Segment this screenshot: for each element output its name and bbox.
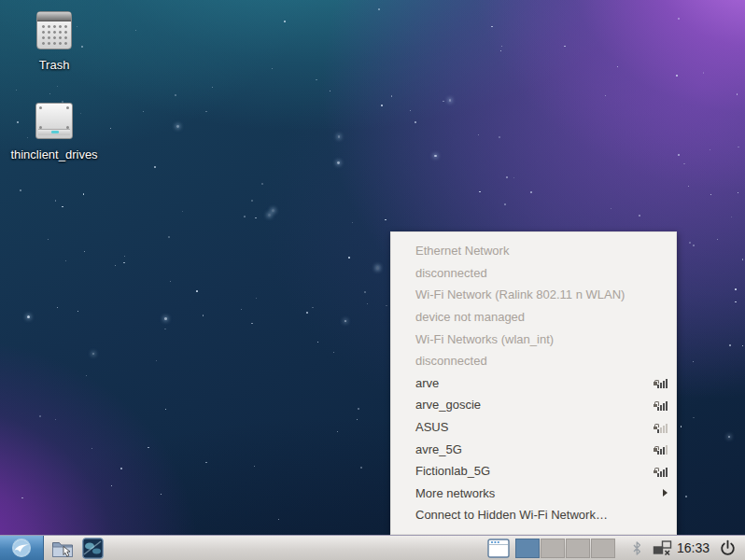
wifi-signal-icon	[654, 443, 668, 455]
desktop-icon-glyph	[82, 538, 104, 559]
file-manager-launcher[interactable]	[51, 538, 74, 559]
workspace-pager	[515, 539, 616, 558]
taskbar-clock[interactable]: 16:33	[677, 536, 710, 560]
wifi-network-item-arve[interactable]: arve	[391, 372, 676, 395]
network-status-item-5: disconnected	[391, 350, 676, 372]
network-status-item-0: Ethernet Network	[391, 240, 676, 262]
wifi-network-item-avre_5G[interactable]: avre_5G	[391, 438, 676, 460]
trash-icon	[36, 11, 72, 49]
menu-item-connect-hidden-network[interactable]: Connect to Hidden Wi-Fi Network…	[391, 504, 676, 526]
workspace-cell-1[interactable]	[515, 539, 540, 558]
taskbar-window-button[interactable]	[485, 538, 511, 559]
wifi-ssid-label: arve	[415, 376, 439, 390]
start-menu-button[interactable]	[0, 536, 44, 560]
taskbar: 16:33	[0, 535, 745, 560]
drive-icon	[35, 103, 73, 139]
wifi-network-list: arvearve_goscieASUSavre_5GFictionlab_5G	[391, 372, 676, 483]
workspace-cell-3[interactable]	[566, 539, 590, 558]
network-status-item-4: Wi-Fi Networks (wlan_int)	[391, 328, 676, 350]
menu-item-more-networks[interactable]: More networks	[391, 483, 676, 505]
thinclient-drives-label: thinclient_drives	[6, 147, 103, 162]
wifi-signal-icon	[654, 422, 668, 433]
submenu-arrow-icon	[663, 489, 668, 497]
folder-icon	[51, 539, 74, 558]
wifi-ssid-label: avre_5G	[415, 442, 462, 456]
desktop-launcher[interactable]	[81, 538, 104, 559]
power-button[interactable]	[719, 539, 737, 557]
bluetooth-icon[interactable]	[631, 540, 642, 556]
connect-hidden-label: Connect to Hidden Wi-Fi Network…	[415, 508, 608, 522]
network-menu: Ethernet NetworkdisconnectedWi-Fi Networ…	[390, 231, 677, 535]
network-status-item-2: Wi-Fi Network (Ralink 802.11 n WLAN)	[391, 284, 676, 306]
wifi-ssid-label: Fictionlab_5G	[415, 464, 490, 478]
workspace-cell-4[interactable]	[591, 539, 615, 558]
network-offline-icon[interactable]	[653, 540, 673, 556]
desktop-icon-trash[interactable]: Trash	[6, 11, 103, 73]
wifi-ssid-label: ASUS	[415, 420, 448, 434]
wifi-signal-icon	[654, 466, 668, 477]
wifi-signal-icon	[654, 399, 668, 411]
network-status-list: Ethernet NetworkdisconnectedWi-Fi Networ…	[391, 240, 676, 372]
wifi-network-item-arve_goscie[interactable]: arve_goscie	[391, 394, 676, 416]
window-icon	[487, 539, 510, 558]
wifi-ssid-label: arve_goscie	[415, 398, 481, 412]
wifi-network-item-Fictionlab_5G[interactable]: Fictionlab_5G	[391, 460, 676, 483]
wifi-network-item-ASUS[interactable]: ASUS	[391, 416, 676, 439]
wifi-signal-icon	[654, 377, 668, 388]
network-status-item-3: device not managed	[391, 306, 676, 329]
workspace-cell-2[interactable]	[541, 539, 565, 558]
trash-icon-label: Trash	[6, 58, 103, 73]
lubuntu-logo-icon	[11, 538, 32, 558]
more-networks-label: More networks	[415, 486, 495, 500]
desktop-screen: Trash thinclient_drives Ethernet Network…	[0, 0, 745, 560]
desktop-icon-thinclient-drives[interactable]: thinclient_drives	[6, 103, 103, 162]
network-status-item-1: disconnected	[391, 262, 676, 285]
